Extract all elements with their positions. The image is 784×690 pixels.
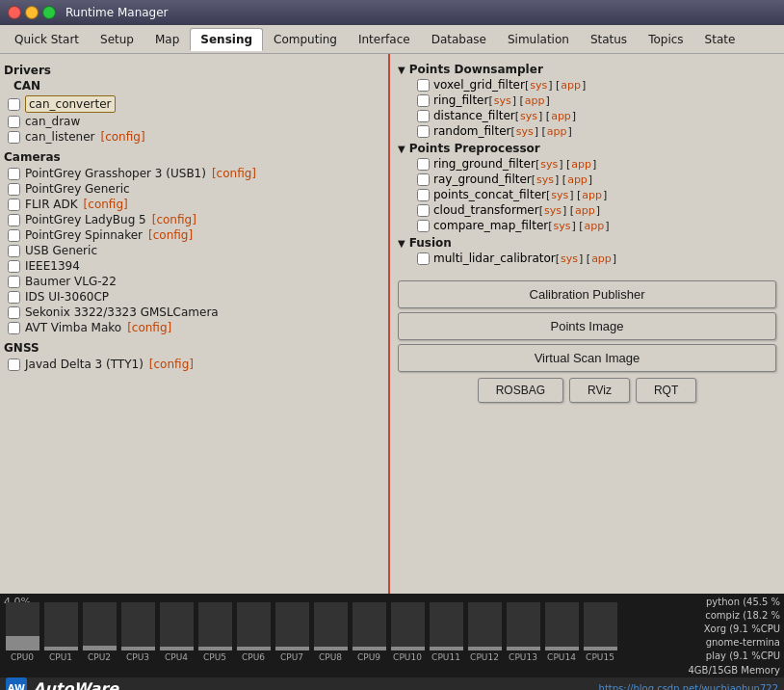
cpu-bar-group-cpu12: CPU12 [466,602,503,662]
tab-simulation[interactable]: Simulation [497,28,580,51]
camera-generic-item: PointGrey Generic [4,181,384,197]
camera-ladybug-checkbox[interactable] [8,214,20,226]
preprocessor-triangle[interactable]: ▼ [398,144,405,154]
ring-filter-app-link[interactable]: app [525,94,545,107]
cpu-label-cpu6: CPU6 [235,652,272,662]
can-draw-checkbox[interactable] [8,116,20,128]
camera-spinnaker-config[interactable]: [config] [148,228,193,242]
cpu-bar-fill-cpu10 [391,647,425,650]
tab-computing[interactable]: Computing [263,28,348,51]
camera-avt-checkbox[interactable] [8,322,20,334]
action-buttons-area: Calibration Publisher Points Image Virtu… [398,280,776,403]
can-converter-checkbox[interactable] [8,98,20,111]
close-button[interactable] [8,6,21,19]
memory-value: 4GB/15GB [688,665,738,676]
camera-flir-checkbox[interactable] [8,199,20,211]
cpu-bar-empty-cpu15 [584,602,617,647]
virtual-scan-image-button[interactable]: Virtual Scan Image [398,344,776,372]
gnss-javad-item: Javad Delta 3 (TTY1) [config] [4,357,384,372]
points-downsampler-section: ▼ Points Downsampler [398,63,776,76]
can-listener-checkbox[interactable] [8,131,20,144]
memory-info: 4GB/15GB Memory [626,665,780,676]
downsampler-triangle[interactable]: ▼ [398,65,405,75]
camera-grasshoper-checkbox[interactable] [8,168,20,180]
distance-filter-checkbox[interactable] [417,110,430,122]
ring-filter-checkbox[interactable] [417,94,430,107]
camera-spinnaker-checkbox[interactable] [8,229,20,242]
maximize-button[interactable] [42,6,56,19]
gnss-javad-checkbox[interactable] [8,358,20,371]
camera-flir-config[interactable]: [config] [84,198,128,211]
cpu-bar-fill-cpu11 [430,647,463,650]
calibration-publisher-button[interactable]: Calibration Publisher [398,280,776,308]
tab-status[interactable]: Status [580,28,638,51]
multi-lidar-app-link[interactable]: app [591,252,612,265]
tab-interface[interactable]: Interface [348,28,421,51]
points-image-button[interactable]: Points Image [398,312,776,340]
points-preprocessor-section: ▼ Points Preprocessor [398,142,776,155]
distance-filter-app-link[interactable]: app [551,110,571,122]
voxel-grid-filter-checkbox[interactable] [417,79,430,92]
camera-sekonix-checkbox[interactable] [8,306,20,319]
cloud-transformer-checkbox[interactable] [417,204,430,217]
points-concat-app-link[interactable]: app [582,189,602,201]
camera-baumer-checkbox[interactable] [8,276,20,288]
camera-grasshoper-config[interactable]: [config] [212,167,256,180]
camera-ids-item: IDS UI-3060CP [4,289,384,305]
downsampler-label: Points Downsampler [409,63,543,76]
rosbag-button[interactable]: ROSBAG [478,378,563,403]
cpu-bar-group-cpu4: CPU4 [158,602,195,662]
camera-ladybug-config[interactable]: [config] [152,213,196,226]
rviz-button[interactable]: RViz [569,378,630,403]
compare-map-sys-link[interactable]: sys [554,220,571,232]
tab-database[interactable]: Database [421,28,497,51]
cloud-transformer-sys-link[interactable]: sys [544,204,562,217]
ring-ground-sys-link[interactable]: sys [540,158,558,171]
cpu-graph-area: 4.0% CPU0CPU1CPU2CPU3CPU4CPU5CPU6CPU7CPU… [0,594,622,667]
tab-topics[interactable]: Topics [638,28,693,51]
tab-sensing[interactable]: Sensing [190,28,263,51]
random-filter-checkbox[interactable] [417,125,430,138]
ray-ground-app-link[interactable]: app [567,173,588,186]
tab-quick-start[interactable]: Quick Start [4,28,90,51]
minimize-button[interactable] [25,6,39,19]
camera-generic-checkbox[interactable] [8,183,20,196]
tab-setup[interactable]: Setup [90,28,144,51]
multi-lidar-sys-link[interactable]: sys [561,252,578,265]
cpu-bar-empty-cpu1 [44,602,78,647]
points-concat-filter-checkbox[interactable] [417,189,430,201]
compare-map-filter-checkbox[interactable] [417,220,430,232]
cloud-transformer-app-link[interactable]: app [575,204,595,217]
ray-ground-filter-item: ray_ground_filter [ sys ] [ app ] [417,172,776,186]
right-panel-wrapper: ▼ Points Downsampler voxel_grid_filter [… [390,54,784,594]
voxel-grid-app-link[interactable]: app [561,79,581,92]
camera-usb-checkbox[interactable] [8,245,20,257]
ray-ground-sys-link[interactable]: sys [536,173,554,186]
fusion-section: ▼ Fusion [398,236,776,250]
can-draw-label: can_draw [25,115,80,128]
random-filter-app-link[interactable]: app [547,125,567,138]
fusion-triangle[interactable]: ▼ [398,238,405,249]
compare-map-app-link[interactable]: app [585,220,605,232]
ring-filter-sys-link[interactable]: sys [494,94,511,107]
random-filter-sys-link[interactable]: sys [516,125,534,138]
camera-avt-config[interactable]: [config] [127,321,171,334]
voxel-grid-sys-link[interactable]: sys [530,79,547,92]
points-concat-sys-link[interactable]: sys [551,189,568,201]
ray-ground-filter-checkbox[interactable] [417,173,430,186]
can-listener-config[interactable]: [config] [101,130,145,144]
ring-ground-app-link[interactable]: app [571,158,591,171]
tab-map[interactable]: Map [144,28,190,51]
camera-grasshoper-label: PointGrey Grasshoper 3 (USB1) [25,167,206,180]
rqt-button[interactable]: RQT [636,378,696,403]
drivers-section-title: Drivers [4,64,384,77]
cpu-bar-empty-cpu8 [314,602,348,647]
gnss-javad-config[interactable]: [config] [149,358,194,371]
camera-ids-checkbox[interactable] [8,291,20,304]
distance-filter-sys-link[interactable]: sys [520,110,537,122]
multi-lidar-calibrator-checkbox[interactable] [417,252,430,265]
ring-ground-filter-checkbox[interactable] [417,158,430,171]
tab-state[interactable]: State [694,28,746,51]
cpu-bar-fill-cpu12 [468,647,502,650]
camera-ieee-checkbox[interactable] [8,260,20,273]
